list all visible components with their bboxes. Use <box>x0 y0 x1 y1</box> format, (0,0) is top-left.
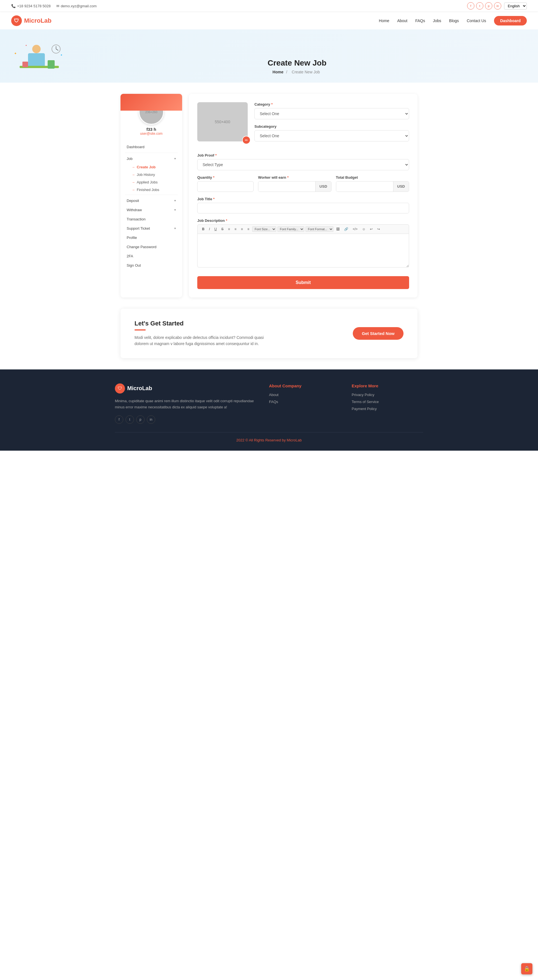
sidebar-item-withdraw[interactable]: Withdraw ▾ <box>125 205 178 215</box>
footer-brand-col: 🛡 MicroLab Minima, cupiditate quae animi… <box>115 383 258 424</box>
sidebar-item-support-ticket[interactable]: Support Ticket ▾ <box>125 224 178 233</box>
rte-indent-button[interactable]: ≡ <box>246 227 251 232</box>
worker-earn-input[interactable] <box>258 181 315 192</box>
nav-about[interactable]: About <box>397 19 407 23</box>
image-placeholder[interactable]: 550×400 ✏ <box>197 102 248 142</box>
rte-list-button[interactable]: ≡ <box>226 227 232 232</box>
job-proof-group: Job Proof * Select Type <box>197 153 409 170</box>
sidebar-item-job[interactable]: Job ▾ <box>125 154 178 163</box>
job-title-group: Job Title * <box>197 197 409 213</box>
rte-toolbar: B I U S ≡ ≡ ≡ ≡ Font Size... Font Family… <box>197 224 409 234</box>
sidebar-item-transaction[interactable]: Transaction <box>125 215 178 224</box>
sidebar-item-change-password[interactable]: Change Password <box>125 242 178 251</box>
worker-earn-group: Worker will earn * USD <box>258 175 331 192</box>
pinterest-icon[interactable]: p <box>485 2 492 10</box>
job-title-input[interactable] <box>197 203 409 213</box>
nav-blogs[interactable]: Blogs <box>449 19 459 23</box>
nav-home[interactable]: Home <box>379 19 389 23</box>
footer-linkedin-icon[interactable]: in <box>147 415 155 424</box>
phone-info: 📞 +18 9234 5178 5028 <box>11 4 51 8</box>
footer-twitter-icon[interactable]: t <box>126 415 134 424</box>
footer-payment-link[interactable]: Payment Policy <box>352 407 423 411</box>
footer-about-title: About Company <box>269 383 341 388</box>
arrow-right-icon: → <box>132 188 135 192</box>
arrow-right-icon: → <box>132 165 135 169</box>
sidebar-item-dashboard[interactable]: Dashboard <box>125 142 178 151</box>
job-description-textarea[interactable] <box>197 234 409 267</box>
job-proof-select[interactable]: Select Type <box>197 159 409 170</box>
quantity-group: Quantity * <box>197 175 253 192</box>
footer-brand-link[interactable]: MicroLab <box>287 438 301 442</box>
footer-terms-link[interactable]: Terms of Service <box>352 400 423 404</box>
sidebar-item-job-history[interactable]: → Job History <box>129 171 178 178</box>
nav-jobs[interactable]: Jobs <box>433 19 441 23</box>
linkedin-icon[interactable]: in <box>494 2 501 10</box>
subcategory-group: Subcategory Select One <box>255 124 409 142</box>
image-edit-button[interactable]: ✏ <box>242 136 250 144</box>
topbar-contact: 📞 +18 9234 5178 5028 ✉ demo.xyz@gmail.co… <box>11 4 97 8</box>
rte-strikethrough-button[interactable]: S <box>220 227 225 232</box>
rte-bold-button[interactable]: B <box>201 227 206 232</box>
footer-about-link[interactable]: About <box>269 393 341 397</box>
dashboard-button[interactable]: Dashboard <box>494 16 527 25</box>
quantity-input[interactable] <box>197 181 253 192</box>
submit-button[interactable]: Submit <box>197 276 409 289</box>
logo[interactable]: 🛡 MicroLab <box>11 15 52 26</box>
rte-fontfamily-select[interactable]: Font Family... <box>277 226 304 232</box>
social-icons: f t p in <box>467 2 501 10</box>
rte-fontsize-select[interactable]: Font Size... <box>252 226 276 232</box>
chevron-down-icon: ▾ <box>174 199 176 202</box>
rte-emoji-button[interactable]: ☺ <box>360 227 367 232</box>
rte-underline-button[interactable]: U <box>213 227 218 232</box>
footer-pinterest-icon[interactable]: p <box>136 415 145 424</box>
footer-explore-col: Explore More Privacy Policy Terms of Ser… <box>352 383 423 424</box>
sidebar-item-profile[interactable]: Profile <box>125 233 178 242</box>
svg-point-0 <box>32 45 41 53</box>
quantity-label: Quantity * <box>197 175 253 180</box>
required-marker: * <box>271 102 273 107</box>
category-select[interactable]: Select One <box>255 108 409 119</box>
nav-contact[interactable]: Contact Us <box>467 19 486 23</box>
rte-list2-button[interactable]: ≡ <box>233 227 238 232</box>
footer-explore-title: Explore More <box>352 383 423 388</box>
hero-title: Create New Job <box>67 59 527 67</box>
rte-code-button[interactable]: </> <box>351 227 359 232</box>
nav-faqs[interactable]: FAQs <box>415 19 425 23</box>
footer-facebook-icon[interactable]: f <box>115 415 123 424</box>
total-budget-addon: USD <box>393 181 409 192</box>
sidebar-item-applied-jobs[interactable]: → Applied Jobs <box>129 178 178 186</box>
footer-privacy-link[interactable]: Privacy Policy <box>352 393 423 397</box>
hero-banner: ✦ ✦ ✦ Create New Job Home / Create New J… <box>0 29 538 83</box>
footer-description: Minima, cupiditate quae animi rem illum … <box>115 398 258 410</box>
rte-align-button[interactable]: ≡ <box>239 227 245 232</box>
get-started-button[interactable]: Get Started Now <box>353 327 403 340</box>
twitter-icon[interactable]: t <box>476 2 483 10</box>
total-budget-input[interactable] <box>336 181 393 192</box>
sidebar-item-finished-jobs[interactable]: → Finished Jobs <box>129 186 178 194</box>
language-select[interactable]: English <box>504 3 527 10</box>
footer-faqs-link[interactable]: FAQs <box>269 400 341 404</box>
form-panel: 550×400 ✏ Category * Select One Subcateg… <box>189 94 417 298</box>
sidebar-item-deposit[interactable]: Deposit ▾ <box>125 196 178 205</box>
breadcrumb: Home / Create New Job <box>67 70 527 74</box>
phone-icon: 📞 <box>11 4 16 8</box>
svg-text:✦: ✦ <box>25 44 27 47</box>
rte-undo-button[interactable]: ↩ <box>368 227 374 232</box>
rte-link-button[interactable]: 🔗 <box>342 227 350 232</box>
facebook-icon[interactable]: f <box>467 2 474 10</box>
rte-image-button[interactable]: 🖼 <box>334 227 341 232</box>
footer: 🛡 MicroLab Minima, cupiditate quae animi… <box>0 369 538 451</box>
sidebar-item-signout[interactable]: Sign Out <box>125 261 178 270</box>
sidebar-item-create-job[interactable]: → Create Job <box>129 163 178 171</box>
logo-icon: 🛡 <box>11 15 22 26</box>
subcategory-select[interactable]: Select One <box>255 130 409 142</box>
sidebar-username: f33 h <box>146 127 156 132</box>
breadcrumb-home[interactable]: Home <box>273 70 283 74</box>
nav-links: Home About FAQs Jobs Blogs Contact Us Da… <box>379 16 527 25</box>
topbar: 📞 +18 9234 5178 5028 ✉ demo.xyz@gmail.co… <box>0 0 538 12</box>
sidebar-item-2fa[interactable]: 2FA <box>125 251 178 261</box>
rte-fontformat-select[interactable]: Font Format... <box>306 226 333 232</box>
navbar: 🛡 MicroLab Home About FAQs Jobs Blogs Co… <box>0 12 538 29</box>
rte-redo-button[interactable]: ↪ <box>376 227 382 232</box>
rte-italic-button[interactable]: I <box>207 227 212 232</box>
